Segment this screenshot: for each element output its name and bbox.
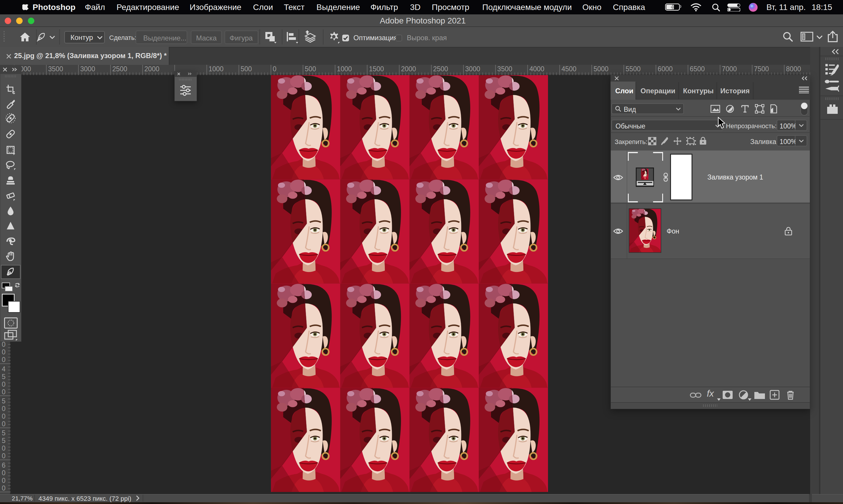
svg-text:5500: 5500 bbox=[626, 65, 640, 73]
svg-text:3500: 3500 bbox=[48, 65, 63, 73]
svg-text:6000: 6000 bbox=[658, 65, 673, 73]
svg-text:3000: 3000 bbox=[465, 65, 480, 73]
svg-text:5: 5 bbox=[2, 397, 5, 405]
svg-text:0: 0 bbox=[2, 445, 5, 452]
svg-text:0: 0 bbox=[2, 356, 5, 363]
svg-text:5000: 5000 bbox=[594, 65, 609, 73]
svg-text:4500: 4500 bbox=[562, 65, 577, 73]
svg-text:2000: 2000 bbox=[401, 65, 416, 73]
svg-text:3500: 3500 bbox=[497, 65, 512, 73]
svg-text:0: 0 bbox=[2, 412, 5, 420]
svg-text:0: 0 bbox=[2, 405, 5, 412]
svg-text:2000: 2000 bbox=[144, 65, 159, 73]
svg-text:6500: 6500 bbox=[690, 65, 705, 73]
svg-text:2500: 2500 bbox=[112, 65, 127, 73]
svg-text:1500: 1500 bbox=[369, 65, 384, 73]
svg-text:8000: 8000 bbox=[786, 65, 801, 73]
svg-text:500: 500 bbox=[241, 65, 252, 73]
svg-text:0: 0 bbox=[2, 341, 5, 348]
svg-text:0: 0 bbox=[2, 477, 5, 484]
svg-text:5: 5 bbox=[2, 373, 5, 380]
svg-text:2500: 2500 bbox=[433, 65, 448, 73]
svg-text:0: 0 bbox=[2, 388, 5, 396]
svg-text:0: 0 bbox=[2, 380, 5, 388]
svg-text:0: 0 bbox=[2, 420, 5, 428]
svg-text:0: 0 bbox=[2, 452, 5, 460]
svg-text:4000: 4000 bbox=[529, 65, 544, 73]
svg-text:0: 0 bbox=[2, 348, 5, 356]
svg-text:500: 500 bbox=[305, 65, 316, 73]
svg-text:7000: 7000 bbox=[722, 65, 737, 73]
svg-text:0: 0 bbox=[2, 469, 5, 477]
svg-text:3000: 3000 bbox=[80, 65, 95, 73]
svg-text:5: 5 bbox=[2, 429, 5, 437]
svg-text:4: 4 bbox=[2, 365, 5, 373]
svg-text:6: 6 bbox=[2, 462, 5, 469]
svg-text:7500: 7500 bbox=[754, 65, 769, 73]
svg-text:0: 0 bbox=[273, 65, 277, 73]
svg-text:1000: 1000 bbox=[337, 65, 352, 73]
svg-text:1000: 1000 bbox=[208, 65, 223, 73]
svg-text:0: 0 bbox=[2, 484, 5, 492]
svg-text:5: 5 bbox=[2, 437, 5, 445]
